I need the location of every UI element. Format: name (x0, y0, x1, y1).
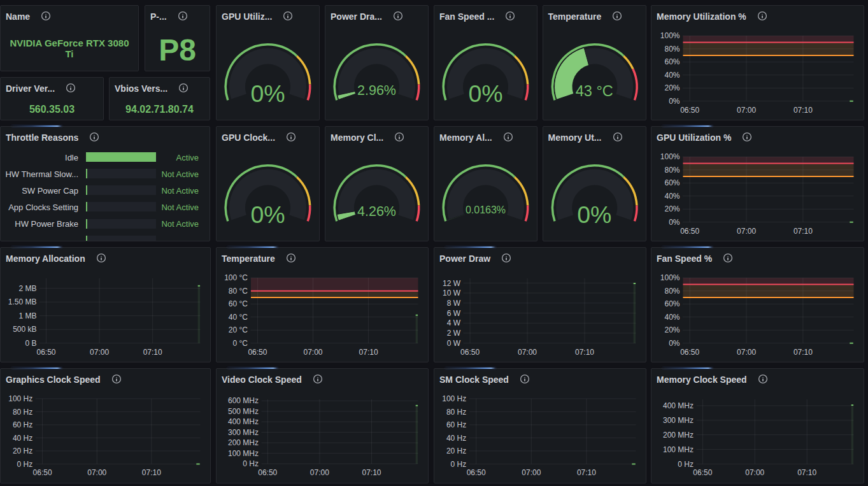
svg-text:6 W: 6 W (447, 308, 461, 317)
svg-text:40%: 40% (664, 70, 679, 79)
svg-text:0 Hz: 0 Hz (451, 459, 467, 468)
svg-text:0 Hz: 0 Hz (678, 459, 694, 468)
svg-text:60 Hz: 60 Hz (13, 420, 32, 429)
svg-text:0%: 0% (669, 338, 680, 347)
svg-text:500 MHz: 500 MHz (228, 406, 259, 415)
svg-text:06:50: 06:50 (680, 347, 699, 356)
svg-text:40%: 40% (664, 191, 679, 200)
svg-text:07:00: 07:00 (90, 347, 109, 356)
svg-text:40 Hz: 40 Hz (13, 433, 32, 442)
svg-text:1 MB: 1 MB (18, 311, 36, 320)
svg-text:40%: 40% (664, 312, 679, 321)
svg-text:07:10: 07:10 (575, 347, 594, 356)
svg-text:80%: 80% (664, 44, 679, 53)
svg-text:60%: 60% (664, 299, 679, 308)
svg-text:07:00: 07:00 (87, 468, 106, 477)
svg-text:80 Hz: 80 Hz (446, 407, 466, 416)
svg-text:07:10: 07:10 (142, 468, 161, 477)
svg-text:100 °C: 100 °C (224, 273, 248, 282)
svg-text:06:50: 06:50 (680, 226, 699, 235)
svg-text:60%: 60% (664, 178, 679, 187)
svg-text:07:10: 07:10 (362, 468, 381, 477)
svg-text:07:10: 07:10 (797, 468, 816, 477)
svg-text:60 °C: 60 °C (229, 299, 248, 308)
svg-text:100 Hz: 100 Hz (442, 394, 466, 403)
svg-text:100%: 100% (660, 152, 680, 161)
svg-text:300 MHz: 300 MHz (228, 427, 259, 436)
svg-text:06:50: 06:50 (37, 347, 56, 356)
svg-text:2 W: 2 W (447, 329, 461, 338)
svg-text:07:10: 07:10 (793, 347, 813, 356)
svg-text:100%: 100% (660, 273, 680, 282)
svg-text:100%: 100% (660, 31, 680, 40)
svg-text:07:10: 07:10 (793, 226, 813, 235)
svg-text:07:00: 07:00 (745, 468, 764, 477)
svg-text:07:10: 07:10 (577, 468, 596, 477)
svg-text:400 MHz: 400 MHz (663, 401, 694, 410)
svg-text:100 Hz: 100 Hz (8, 394, 32, 403)
svg-text:0 W: 0 W (447, 338, 461, 347)
svg-text:07:10: 07:10 (143, 347, 162, 356)
svg-text:20%: 20% (664, 83, 679, 92)
svg-text:4 W: 4 W (447, 318, 461, 327)
svg-text:8 W: 8 W (447, 298, 461, 307)
svg-text:40 °C: 40 °C (229, 312, 248, 321)
svg-text:80%: 80% (664, 165, 679, 174)
svg-text:07:00: 07:00 (303, 347, 322, 356)
svg-text:600 MHz: 600 MHz (228, 396, 259, 405)
svg-text:100 MHz: 100 MHz (228, 448, 259, 457)
svg-text:20%: 20% (664, 325, 679, 334)
svg-text:12 W: 12 W (443, 278, 461, 287)
svg-text:06:50: 06:50 (460, 347, 480, 356)
svg-text:06:50: 06:50 (33, 468, 52, 477)
svg-text:0 Hz: 0 Hz (17, 459, 33, 468)
svg-text:400 MHz: 400 MHz (228, 417, 259, 426)
svg-text:06:50: 06:50 (248, 347, 267, 356)
svg-text:60 Hz: 60 Hz (446, 420, 466, 429)
svg-text:07:00: 07:00 (522, 468, 541, 477)
svg-text:07:00: 07:00 (737, 226, 756, 235)
svg-text:0 °C: 0 °C (233, 338, 248, 347)
svg-text:40 Hz: 40 Hz (446, 433, 466, 442)
svg-text:07:00: 07:00 (737, 347, 756, 356)
svg-text:07:00: 07:00 (737, 105, 756, 114)
svg-text:06:50: 06:50 (693, 468, 712, 477)
svg-text:200 MHz: 200 MHz (228, 438, 259, 447)
svg-text:80 °C: 80 °C (229, 286, 248, 295)
svg-text:20 Hz: 20 Hz (446, 447, 466, 455)
svg-text:80 Hz: 80 Hz (13, 407, 32, 416)
svg-text:20 Hz: 20 Hz (13, 447, 32, 455)
svg-text:200 MHz: 200 MHz (663, 430, 694, 439)
svg-text:0%: 0% (669, 217, 680, 226)
svg-text:80%: 80% (664, 286, 679, 295)
svg-text:06:50: 06:50 (258, 468, 277, 477)
svg-text:07:10: 07:10 (359, 347, 378, 356)
svg-text:0 Hz: 0 Hz (243, 459, 259, 468)
svg-text:60%: 60% (664, 57, 679, 66)
svg-text:300 MHz: 300 MHz (663, 415, 694, 424)
svg-text:06:50: 06:50 (467, 468, 486, 477)
svg-text:0%: 0% (669, 96, 680, 105)
svg-text:06:50: 06:50 (680, 105, 699, 114)
svg-text:500 kB: 500 kB (13, 325, 36, 334)
svg-text:07:10: 07:10 (793, 105, 813, 114)
svg-text:2 MB: 2 MB (18, 283, 36, 292)
svg-text:20 °C: 20 °C (229, 325, 248, 334)
svg-text:0 B: 0 B (25, 338, 36, 347)
svg-text:1.50 MB: 1.50 MB (8, 297, 37, 306)
svg-text:07:00: 07:00 (310, 468, 329, 477)
svg-text:100 MHz: 100 MHz (663, 445, 694, 454)
svg-text:10 W: 10 W (443, 289, 461, 297)
svg-text:20%: 20% (664, 204, 679, 213)
svg-text:07:00: 07:00 (518, 347, 537, 356)
